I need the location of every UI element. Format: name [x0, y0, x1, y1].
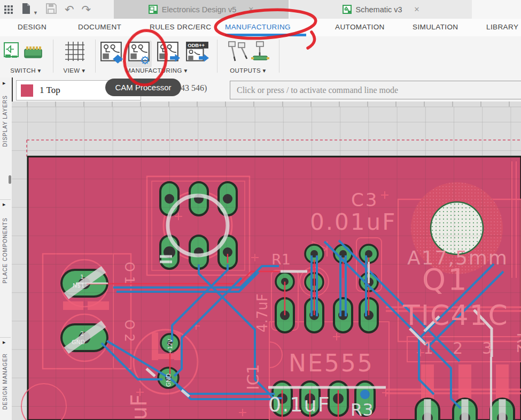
menu-manufacturing[interactable]: MANUFACTURING — [225, 23, 291, 31]
view-grid-icon[interactable] — [64, 41, 85, 64]
app-launcher-icon[interactable] — [4, 5, 13, 14]
panel-separator — [0, 337, 11, 338]
flyout-arrow-icon: ▶ — [3, 81, 5, 85]
save-button[interactable] — [45, 3, 57, 17]
cam-processor-icon[interactable]: ⚙ — [127, 41, 152, 67]
schematic-document-icon — [343, 5, 352, 14]
test-probes-icon[interactable] — [227, 41, 249, 65]
file-icon — [20, 3, 32, 14]
ribbon-toolbar: SWITCH ▾ VIEW ▾ ⚙ — [0, 36, 521, 78]
menu-rules-drc-erc[interactable]: RULES DRC/ERC — [150, 23, 211, 31]
chevron-down-icon: ▼ — [33, 10, 38, 15]
toolbar-separator — [95, 40, 96, 73]
menu-bar: DESIGN DOCUMENT RULES DRC/ERC MANUFACTUR… — [0, 19, 521, 37]
layer-color-swatch — [21, 84, 33, 97]
switch-schematic-icon[interactable] — [3, 42, 20, 63]
gerber-export-icon[interactable] — [156, 41, 181, 67]
tab-schematic[interactable]: Schematic v3 ✕ — [290, 0, 472, 19]
pcb-canvas[interactable]: C3 0.01uF A17,5mm Q1 TIC41C 1 2 3 R1 4.7… — [12, 102, 521, 420]
toolbar-separator — [217, 40, 217, 73]
panel-label: DESIGN MANAGER — [2, 353, 8, 410]
command-line-placeholder: Click or press / to activate command lin… — [237, 85, 398, 95]
probe-component-icon[interactable] — [250, 41, 271, 65]
menu-simulation[interactable]: SIMULATION — [413, 23, 458, 31]
file-menu-button[interactable]: ▼ — [20, 3, 38, 17]
outputs-group-label[interactable]: OUTPUTS ▾ — [218, 67, 278, 74]
gear-icon: ⚙ — [140, 54, 150, 65]
grid-overlay — [12, 107, 521, 420]
flyout-arrow-icon: ▶ — [3, 203, 5, 207]
switch-group-label[interactable]: SWITCH ▾ — [0, 67, 51, 74]
title-bar: ▼ ↶ ↷ Electronics Design v5 ✕ Schematic … — [0, 0, 521, 19]
redo-button[interactable]: ↷ — [82, 0, 91, 19]
quick-cam-icon[interactable] — [99, 41, 124, 67]
cam-processor-tooltip: CAM Processor — [105, 79, 181, 96]
layer-selector-value: 1 Top — [40, 85, 60, 96]
view-group-label[interactable]: VIEW ▾ — [53, 67, 95, 74]
menu-design[interactable]: DESIGN — [18, 23, 46, 31]
fusion-electronics-window: { "window": { "tabs": [ {"label": "Elect… — [0, 0, 521, 420]
command-line-input[interactable]: Click or press / to activate command lin… — [230, 81, 521, 99]
menu-document[interactable]: DOCUMENT — [78, 23, 121, 31]
tab-label: Electronics Design v5 — [162, 5, 236, 14]
sidebar-item-place-components[interactable]: ▶ PLACE COMPONENTS — [0, 201, 11, 335]
toolbar-separator — [279, 40, 279, 73]
save-icon — [45, 3, 57, 14]
panel-label: DISPLAY LAYERS — [2, 95, 8, 147]
odb-export-icon[interactable]: ODB++ — [185, 41, 209, 67]
cursor-coordinates: 43 546) — [181, 83, 207, 93]
undo-button[interactable]: ↶ — [65, 0, 74, 19]
tab-electronics-design[interactable]: Electronics Design v5 ✕ — [114, 0, 289, 19]
tabbar-filler — [472, 0, 521, 19]
panel-separator — [0, 199, 11, 200]
odb-badge-label: ODB++ — [188, 42, 205, 48]
menu-library[interactable]: LIBRARY — [486, 23, 518, 31]
flyout-arrow-icon: ▶ — [3, 340, 5, 345]
menu-automation[interactable]: AUTOMATION — [335, 23, 385, 31]
left-panel-rail: ▶ DISPLAY LAYERS ▶ PLACE COMPONENTS ▶ DE… — [0, 77, 13, 420]
switch-board-icon[interactable] — [22, 45, 44, 62]
close-tab-icon[interactable]: ✕ — [248, 5, 254, 13]
scroll-handle[interactable] — [9, 175, 11, 184]
panel-label: PLACE COMPONENTS — [2, 217, 8, 283]
editor-control-row: 1 Top 43 546) Click or press / to activa… — [12, 77, 521, 102]
tab-label: Schematic v3 — [356, 5, 402, 14]
close-tab-icon[interactable]: ✕ — [414, 5, 420, 13]
sidebar-item-design-manager[interactable]: ▶ DESIGN MANAGER — [0, 339, 11, 419]
manufacturing-group-label[interactable]: MANUFACTURING ▾ — [96, 67, 217, 74]
pcb-document-icon — [149, 5, 158, 14]
